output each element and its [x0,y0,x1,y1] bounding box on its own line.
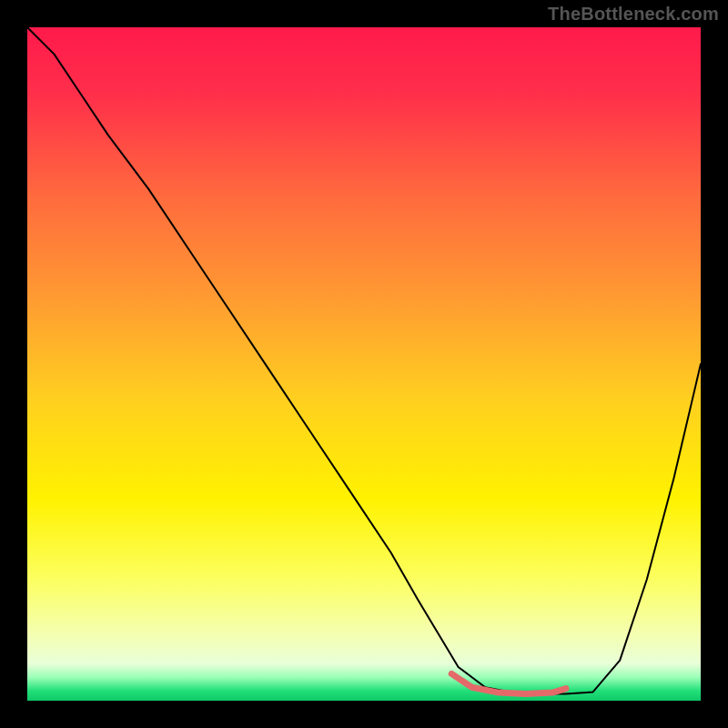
watermark-text: TheBottleneck.com [548,4,719,25]
plot-svg [27,27,701,701]
gradient-background [27,27,701,701]
plot-area [27,27,701,701]
chart-frame: TheBottleneck.com [0,0,728,728]
